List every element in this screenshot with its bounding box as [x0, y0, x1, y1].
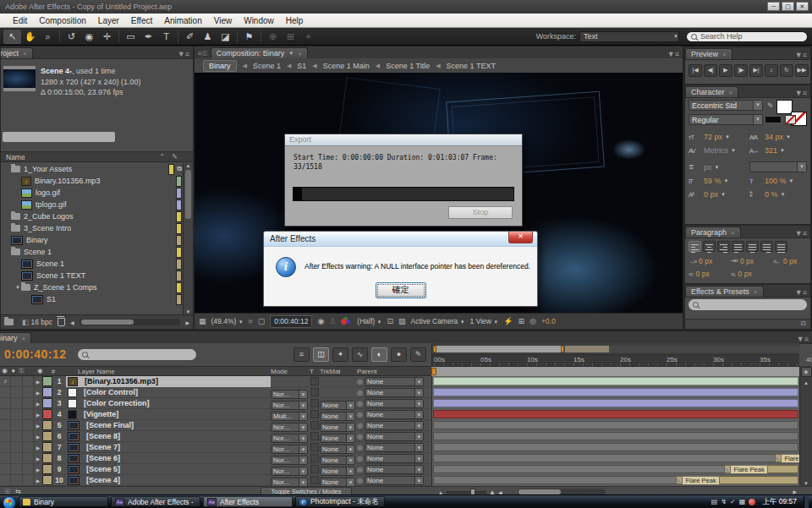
font-size-value[interactable]: 72 px [704, 133, 722, 141]
label-color-chip[interactable] [176, 282, 182, 293]
label-color-chip[interactable] [176, 294, 182, 305]
label-color-chip[interactable] [42, 453, 52, 463]
current-time-display[interactable]: 0:00:40:12 [270, 315, 312, 328]
ok-button[interactable]: 確定 [376, 282, 426, 298]
tab-effects-presets[interactable]: Effects & Presets× [685, 286, 764, 297]
timeline-layer-row[interactable]: ▶3[Color Correction]Nor...▼None▼◎None▼ [0, 398, 431, 409]
scroll-up-icon[interactable]: ▲ [804, 380, 809, 385]
parent-pickwhip-icon[interactable]: ◎ [357, 477, 363, 484]
video-switch[interactable] [0, 464, 11, 474]
audio-switch[interactable] [11, 431, 22, 441]
menu-composition[interactable]: Composition [33, 16, 92, 25]
expand-arrow-icon[interactable]: ▶ [34, 401, 42, 407]
expand-arrow-icon[interactable]: ▶ [34, 434, 42, 440]
video-switch[interactable] [0, 442, 11, 452]
left-indent-control[interactable]: →≡0 px [689, 257, 727, 265]
expand-arrow-icon[interactable]: ▶ [34, 379, 42, 385]
layer-duration-bar[interactable] [433, 454, 798, 462]
label-color-chip[interactable] [42, 387, 52, 397]
preserve-transparency-toggle[interactable] [310, 476, 319, 484]
scroll-right-icon[interactable]: ▶ [793, 489, 797, 494]
font-style-dropdown[interactable]: Regular▼ [689, 114, 763, 125]
layer-name-cell[interactable]: [Scene 4] [66, 475, 271, 486]
layer-marker[interactable]: ◣Flare Peak [725, 465, 768, 473]
timeline-layer-row[interactable]: ♪▶1♪[Binary.101356.mp3]◎None▼ [0, 376, 431, 387]
label-color-chip[interactable] [176, 188, 182, 199]
previous-frame-button[interactable]: ◀| [704, 64, 717, 77]
navigator-viewed-area[interactable] [433, 346, 564, 352]
timeline-layer-row[interactable]: ▶6[Scene 8]Nor...▼None▼◎None▼ [0, 431, 431, 442]
transparency-grid-icon[interactable]: ▨ [398, 317, 406, 325]
navigator-start-handle[interactable] [433, 346, 436, 352]
magnification-dropdown[interactable]: (49.4%) ▼ [211, 317, 244, 325]
trkmat-dropdown[interactable]: None▼ [320, 478, 355, 486]
expand-arrow-icon[interactable]: ▶ [34, 412, 42, 418]
sort-ascending-icon[interactable]: ⌃ [160, 153, 166, 161]
view-axis-mode-icon[interactable]: ⌖ [299, 30, 317, 44]
justify-last-left-button[interactable] [732, 241, 744, 252]
parent-dropdown[interactable]: None▼ [365, 410, 424, 419]
label-color-chip[interactable] [176, 235, 182, 246]
video-switch[interactable] [0, 453, 11, 463]
audio-switch[interactable] [11, 420, 22, 430]
exposure-value[interactable]: +0.0 [541, 317, 556, 325]
right-indent-value[interactable]: 0 px [783, 257, 797, 265]
label-color-chip[interactable] [176, 270, 182, 281]
view-layout-dropdown[interactable]: 1 View ▼ [470, 317, 499, 325]
vertical-scale-value[interactable]: 59 % [704, 177, 721, 185]
lock-switch[interactable] [23, 431, 34, 441]
minimize-button[interactable]: ─ [767, 2, 780, 11]
puppet-pin-tool[interactable]: ⚑ [240, 30, 258, 44]
snapshot-icon[interactable]: ◉ [317, 317, 324, 325]
label-color-chip[interactable] [42, 442, 52, 452]
breadcrumb-item[interactable]: S1 [297, 62, 306, 70]
timeline-layer-row[interactable]: ▶10[Scene 4]Nor...▼None▼◎None▼ [0, 475, 431, 486]
pan-behind-tool[interactable]: ✛ [98, 30, 116, 44]
audio-switch[interactable] [11, 442, 22, 452]
menu-window[interactable]: Window [238, 16, 280, 25]
scroll-left-icon[interactable]: ◀ [70, 320, 74, 325]
vertical-scale-control[interactable]: IT59 %▼ [689, 177, 748, 185]
audio-switch[interactable] [11, 475, 22, 485]
label-color-chip[interactable] [176, 259, 182, 270]
stroke-width-unit[interactable]: px [704, 163, 712, 172]
horizontal-scale-control[interactable]: T100 %▼ [749, 177, 809, 185]
scroll-right-icon[interactable]: ▶ [185, 320, 189, 325]
breadcrumb-item[interactable]: Scene 1 Main [323, 62, 370, 70]
label-color-chip[interactable] [176, 211, 182, 222]
work-area-bar[interactable] [431, 366, 799, 376]
layer-name-cell[interactable]: [Scene 7] [66, 442, 271, 453]
scroll-up-icon[interactable]: ▲ [186, 163, 191, 168]
align-center-button[interactable] [703, 241, 716, 252]
play-button[interactable]: ▶ [719, 64, 732, 77]
workspace-dropdown[interactable]: Text ▼ [579, 31, 679, 42]
t-column-header[interactable]: T [310, 368, 320, 375]
label-color-chip[interactable] [176, 199, 182, 210]
clone-stamp-tool[interactable]: ♟ [199, 30, 217, 44]
stroke-width-control[interactable]: ≣px▼ [689, 163, 748, 172]
expand-arrow-icon[interactable]: ▶ [34, 467, 42, 472]
close-tab-icon[interactable]: × [729, 87, 733, 98]
warning-dialog-title-bar[interactable]: After Effects ✕ [264, 232, 537, 247]
lock-switch[interactable] [23, 475, 34, 485]
restore-button[interactable]: ▢ [782, 2, 794, 11]
tray-icon[interactable]: ✓ [730, 498, 736, 505]
label-color-chip[interactable] [42, 420, 52, 430]
close-tab-icon[interactable]: × [22, 333, 26, 344]
parent-dropdown[interactable]: None▼ [365, 476, 424, 485]
mode-column-header[interactable]: Mode [271, 368, 310, 375]
baseline-shift-value[interactable]: 0 px [704, 190, 718, 199]
parent-dropdown[interactable]: None▼ [365, 432, 424, 441]
scrollbar-thumb[interactable] [185, 170, 191, 219]
last-frame-button[interactable]: ▶| [749, 64, 763, 77]
audio-switch[interactable] [11, 376, 22, 386]
video-switch[interactable] [0, 409, 11, 419]
timeline-current-time[interactable]: 0:00:40:12 [4, 347, 67, 361]
shape-tool[interactable]: ▭ [122, 30, 140, 44]
video-switch[interactable]: ♪ [0, 376, 11, 386]
motion-blur-icon[interactable]: ◐ [371, 347, 387, 362]
layer-duration-bar[interactable] [433, 432, 798, 440]
composition-mini-flowchart-icon[interactable]: ≡ [294, 347, 310, 362]
tab-project[interactable]: Project × [1, 47, 33, 58]
timeline-layer-row[interactable]: ▶7[Scene 7]Nor...▼None▼◎None▼ [0, 442, 431, 453]
